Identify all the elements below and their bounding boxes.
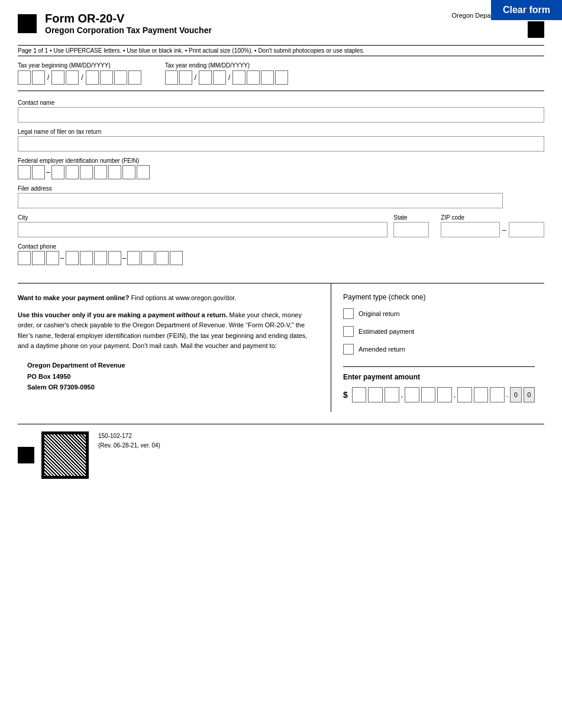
amount-cents-2: 0	[524, 387, 535, 402]
amount-box-5[interactable]	[421, 387, 436, 402]
contact-name-label: Contact name	[18, 99, 544, 106]
clear-form-button[interactable]: Clear form	[491, 0, 562, 20]
date-box-mm2[interactable]	[32, 70, 45, 85]
date-end-y2[interactable]	[247, 70, 260, 85]
date-sep-1: /	[46, 73, 50, 82]
phone-box-11[interactable]	[170, 251, 183, 265]
payment-amount-row[interactable]: $ , , . 0 0	[343, 387, 535, 402]
footer-section: 150-102-172 (Rev. 06-28-21, ver. 04)	[18, 424, 544, 479]
amount-box-2[interactable]	[368, 387, 383, 402]
fein-box-9[interactable]	[137, 165, 150, 179]
amount-box-8[interactable]	[474, 387, 489, 402]
contact-phone-input[interactable]: – –	[18, 251, 544, 265]
checkbox-amended-return[interactable]	[343, 344, 354, 355]
payment-option-estimated[interactable]: Estimated payment	[343, 326, 535, 337]
check-one-label: (check one)	[389, 293, 426, 301]
amount-box-1[interactable]	[352, 387, 367, 402]
fein-box-8[interactable]	[122, 165, 135, 179]
date-end-mm1[interactable]	[165, 70, 178, 85]
filer-address-label: Filer address	[18, 185, 544, 192]
checkbox-original-return[interactable]	[343, 308, 354, 319]
amended-return-label: Amended return	[358, 346, 405, 353]
amount-box-3[interactable]	[385, 387, 399, 402]
phone-box-5[interactable]	[80, 251, 93, 265]
fein-box-4[interactable]	[66, 165, 79, 179]
amount-box-7[interactable]	[457, 387, 472, 402]
form-subtitle: Oregon Corporation Tax Payment Voucher	[45, 25, 451, 35]
payment-option-original[interactable]: Original return	[343, 308, 535, 319]
phone-box-2[interactable]	[32, 251, 45, 265]
instructions-bar: Page 1 of 1 • Use UPPERCASE letters. • U…	[18, 45, 544, 56]
checkbox-estimated-payment[interactable]	[343, 326, 354, 337]
state-label: State	[393, 214, 435, 221]
original-return-label: Original return	[358, 310, 400, 317]
legal-name-input[interactable]	[18, 136, 544, 152]
voucher-bold: Use this voucher only if you are making …	[18, 311, 175, 318]
phone-box-1[interactable]	[18, 251, 31, 265]
phone-box-4[interactable]	[66, 251, 79, 265]
date-box-y2[interactable]	[100, 70, 113, 85]
header-black-square-left	[18, 14, 37, 33]
zip-input-main[interactable]	[441, 222, 500, 237]
date-box-dd2[interactable]	[66, 70, 79, 85]
fein-box-1[interactable]	[18, 165, 31, 179]
tax-year-ending-label: Tax year ending (MM/DD/YYYY)	[165, 62, 289, 69]
online-payment-text: Find options at www.oregon.gov/dor.	[129, 294, 236, 301]
bottom-left-section: Want to make your payment online? Find o…	[18, 284, 331, 412]
filer-address-input[interactable]	[18, 193, 503, 208]
fein-box-7[interactable]	[108, 165, 121, 179]
amount-box-9[interactable]	[490, 387, 505, 402]
amount-cents-1: 0	[510, 387, 521, 402]
phone-box-10[interactable]	[156, 251, 169, 265]
date-box-dd1[interactable]	[51, 70, 64, 85]
payment-amount-section: Enter payment amount $ , , . 0 0	[343, 366, 535, 402]
date-end-dd2[interactable]	[213, 70, 226, 85]
phone-box-9[interactable]	[141, 251, 154, 265]
date-end-y1[interactable]	[232, 70, 246, 85]
tax-year-beginning-label: Tax year beginning (MM/DD/YYYY)	[18, 62, 141, 69]
contact-name-input[interactable]	[18, 107, 544, 123]
footer-left	[18, 431, 89, 479]
payment-type-label: Payment type (check one)	[343, 293, 535, 301]
zip-input-ext[interactable]	[509, 222, 544, 237]
dollar-sign: $	[343, 390, 348, 400]
tax-year-beginning-input[interactable]: / /	[18, 70, 141, 85]
payment-option-amended[interactable]: Amended return	[343, 344, 535, 355]
phone-box-8[interactable]	[127, 251, 140, 265]
footer-form-number: 150-102-172 (Rev. 06-28-21, ver. 04)	[98, 431, 160, 450]
date-end-mm2[interactable]	[179, 70, 192, 85]
voucher-bold2: a return.	[199, 311, 227, 318]
date-box-mm1[interactable]	[18, 70, 31, 85]
state-input[interactable]	[393, 222, 429, 237]
fein-box-6[interactable]	[94, 165, 107, 179]
date-end-y4[interactable]	[275, 70, 288, 85]
zip-label: ZIP code	[441, 214, 544, 221]
legal-name-label: Legal name of filer on tax return	[18, 128, 544, 135]
estimated-payment-label: Estimated payment	[358, 328, 414, 335]
fein-box-5[interactable]	[80, 165, 93, 179]
fein-box-2[interactable]	[32, 165, 45, 179]
date-end-dd1[interactable]	[199, 70, 212, 85]
date-box-y4[interactable]	[128, 70, 141, 85]
qr-code	[41, 431, 89, 479]
form-title: Form OR-20-V	[45, 12, 451, 25]
phone-box-3[interactable]	[46, 251, 59, 265]
phone-dash-1: –	[60, 254, 64, 262]
amount-box-4[interactable]	[405, 387, 419, 402]
phone-box-6[interactable]	[94, 251, 107, 265]
date-end-y3[interactable]	[261, 70, 274, 85]
fein-input-row[interactable]: –	[18, 165, 544, 179]
fein-dash: –	[46, 168, 50, 176]
tax-year-ending-input[interactable]: / /	[165, 70, 289, 85]
date-box-y1[interactable]	[86, 70, 99, 85]
voucher-italic-bold: without	[175, 311, 199, 318]
date-box-y3[interactable]	[114, 70, 127, 85]
amount-decimal: .	[506, 391, 508, 399]
date-end-sep-1: /	[193, 73, 198, 82]
amount-box-6[interactable]	[437, 387, 452, 402]
amount-comma-1: ,	[401, 391, 403, 399]
phone-box-7[interactable]	[108, 251, 121, 265]
fein-box-3[interactable]	[51, 165, 64, 179]
fein-label: Federal employer identification number (…	[18, 157, 544, 164]
city-input[interactable]	[18, 222, 387, 237]
